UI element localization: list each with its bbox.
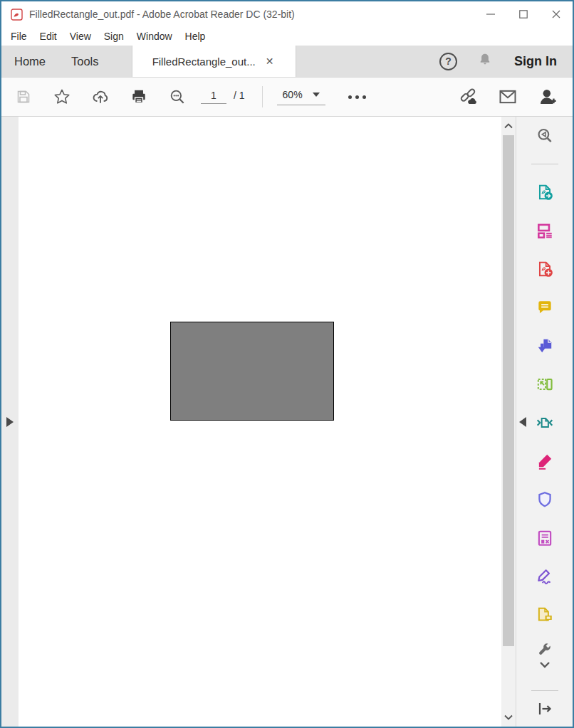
print-button[interactable] xyxy=(128,85,150,109)
wrench-icon xyxy=(536,643,553,660)
pdf-page xyxy=(19,117,501,727)
tools-panel-divider xyxy=(531,690,558,691)
acrobat-window: FilledRectangle_out.pdf - Adobe Acrobat … xyxy=(0,0,574,728)
tool-search-icon[interactable] xyxy=(534,125,555,147)
expand-nav-pane-icon[interactable] xyxy=(6,417,14,427)
envelope-icon xyxy=(498,87,518,107)
maximize-icon xyxy=(519,10,528,19)
menu-bar: File Edit View Sign Window Help xyxy=(1,27,573,46)
tool-redact-icon[interactable] xyxy=(534,527,555,549)
menu-window[interactable]: Window xyxy=(130,27,179,46)
scrollbar-thumb[interactable] xyxy=(503,135,514,646)
star-button[interactable] xyxy=(51,85,73,109)
find-button[interactable] xyxy=(167,85,188,109)
sign-in-button[interactable]: Sign In xyxy=(514,54,557,69)
person-add-icon xyxy=(538,87,558,107)
tool-comment-icon[interactable] xyxy=(534,297,555,318)
menu-sign[interactable]: Sign xyxy=(98,27,130,46)
minimize-button[interactable] xyxy=(474,1,507,27)
tool-compress-pdf-icon[interactable] xyxy=(534,412,555,433)
tool-send-for-comments-icon[interactable] xyxy=(534,604,555,626)
notifications-button[interactable] xyxy=(477,51,493,71)
menu-edit[interactable]: Edit xyxy=(33,27,63,46)
chevron-down-icon xyxy=(504,714,513,720)
document-area xyxy=(1,117,573,727)
minimize-icon xyxy=(486,10,495,19)
tab-tools[interactable]: Tools xyxy=(58,46,112,77)
profile-button[interactable] xyxy=(537,85,558,109)
tool-protect-icon[interactable] xyxy=(534,489,555,510)
window-title: FilledRectangle_out.pdf - Adobe Acrobat … xyxy=(29,9,295,20)
tab-document-label: FilledRectangle_out... xyxy=(152,56,256,68)
menu-help[interactable]: Help xyxy=(179,27,212,46)
chevron-down-icon xyxy=(313,93,320,97)
tools-panel xyxy=(516,117,573,727)
save-button[interactable] xyxy=(13,85,34,109)
chevron-up-icon xyxy=(504,123,513,129)
save-icon xyxy=(15,88,32,105)
tool-fill-sign-icon[interactable] xyxy=(534,450,555,472)
tab-document[interactable]: FilledRectangle_out... ✕ xyxy=(132,46,296,77)
zoom-control[interactable]: 60% xyxy=(277,89,325,105)
search-icon xyxy=(168,88,187,106)
tool-more-tools[interactable] xyxy=(536,643,553,668)
tool-organize-pages-icon[interactable] xyxy=(534,374,555,395)
cloud-upload-icon xyxy=(91,88,110,106)
tool-adobe-sign-icon[interactable] xyxy=(534,566,555,587)
scroll-up-button[interactable] xyxy=(501,118,516,134)
tool-create-pdf-icon[interactable] xyxy=(534,258,555,280)
menu-file[interactable]: File xyxy=(4,27,33,46)
zoom-value: 60% xyxy=(283,89,303,100)
bell-icon xyxy=(477,51,493,68)
tab-home[interactable]: Home xyxy=(1,46,58,77)
tool-edit-pdf-icon[interactable] xyxy=(534,220,555,241)
scroll-down-button[interactable] xyxy=(501,709,516,725)
tools-panel-divider xyxy=(531,164,558,164)
pdf-rectangle xyxy=(170,322,334,421)
menu-view[interactable]: View xyxy=(63,27,98,46)
pdf-file-icon xyxy=(11,9,23,21)
close-button[interactable] xyxy=(540,1,573,27)
open-tools-pane-icon[interactable] xyxy=(534,698,555,719)
title-bar: FilledRectangle_out.pdf - Adobe Acrobat … xyxy=(1,1,573,27)
maximize-button[interactable] xyxy=(507,1,540,27)
help-icon[interactable]: ? xyxy=(439,53,457,70)
star-icon xyxy=(53,88,71,106)
toolbar: / 1 60% xyxy=(1,77,573,117)
page-count-label: / 1 xyxy=(234,90,245,101)
email-button[interactable] xyxy=(497,85,518,109)
vertical-scrollbar[interactable] xyxy=(501,117,516,727)
tool-combine-files-icon[interactable] xyxy=(534,335,555,357)
chevron-down-icon[interactable] xyxy=(539,661,550,668)
more-options-button[interactable] xyxy=(348,95,366,99)
tab-bar: Home Tools FilledRectangle_out... ✕ ? Si… xyxy=(1,46,573,77)
page-number-input[interactable] xyxy=(201,90,226,104)
close-icon xyxy=(552,10,560,19)
toolbar-separator xyxy=(262,86,263,107)
print-icon xyxy=(130,88,148,106)
tool-export-pdf-icon[interactable] xyxy=(534,181,555,203)
navigation-pane-strip xyxy=(1,117,19,727)
upload-cloud-button[interactable] xyxy=(90,85,111,109)
tab-close-icon[interactable]: ✕ xyxy=(264,55,276,68)
share-link-button[interactable] xyxy=(457,85,479,109)
share-link-icon xyxy=(458,87,478,107)
collapse-tools-panel-icon[interactable] xyxy=(519,417,526,427)
